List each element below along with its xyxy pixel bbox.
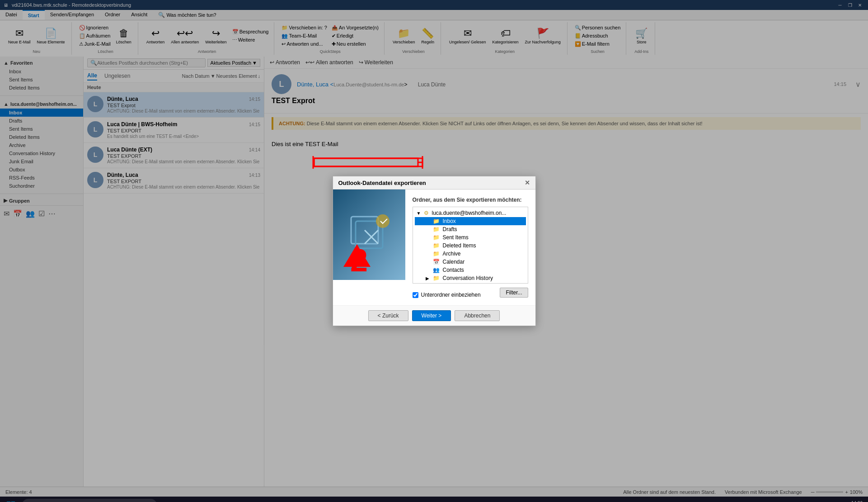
dialog-body: Ordner, aus dem Sie exportieren möchten:… (405, 189, 535, 305)
cancel-button[interactable]: Abbrechen (455, 310, 500, 321)
tree-expand-root[interactable]: ▼ (417, 211, 422, 216)
back-button[interactable]: < Zurück (368, 310, 408, 321)
folder-tree[interactable]: ▼ ⚙ luca.duente@bwshofheim.on... 📁 Inbox (413, 207, 528, 284)
dialog-image (333, 189, 405, 280)
subfolders-label: Unterordner einbeziehen (421, 292, 481, 298)
tree-calendar-label: Calendar (443, 259, 465, 265)
tree-drafts[interactable]: 📁 Drafts (415, 225, 526, 233)
subfolders-checkbox-row: Unterordner einbeziehen (413, 292, 481, 298)
tree-sent[interactable]: 📁 Sent Items (415, 233, 526, 242)
tree-inbox[interactable]: 📁 Inbox (415, 217, 526, 225)
calendar-folder-icon: 📅 (433, 259, 440, 265)
journal-folder-icon: 📓 (433, 283, 440, 284)
subfolders-checkbox[interactable] (413, 292, 418, 298)
account-icon: ⚙ (424, 210, 429, 216)
svg-point-2 (376, 214, 389, 228)
filter-button[interactable]: Filter... (500, 288, 528, 298)
tree-deleted[interactable]: 📁 Deleted Items (415, 242, 526, 250)
contacts-folder-icon: 👥 (433, 267, 440, 273)
tree-account-label: luca.duente@bwshofheim.on... (432, 210, 507, 216)
tree-archive-label: Archive (443, 251, 461, 257)
deleted-folder-icon: 📁 (433, 242, 440, 249)
sent-folder-icon: 📁 (433, 234, 440, 241)
export-dialog: Outlook-Datendatei exportieren ✕ Ordner,… (333, 176, 536, 326)
dialog-footer: < Zurück Weiter > Abbrechen (333, 305, 535, 326)
tree-journal-label: Journal (443, 283, 460, 284)
tree-deleted-label: Deleted Items (443, 242, 476, 249)
dialog-overlay: Outlook-Datendatei exportieren ✕ Ordner,… (0, 0, 868, 502)
tree-sent-label: Sent Items (443, 234, 469, 241)
dialog-title-bar: Outlook-Datendatei exportieren ✕ (333, 176, 535, 189)
inbox-folder-icon: 📁 (433, 218, 440, 224)
folder-label: Ordner, aus dem Sie exportieren möchten: (413, 197, 528, 203)
dialog-illustration (342, 208, 396, 262)
drafts-folder-icon: 📁 (433, 226, 440, 232)
tree-inbox-label: Inbox (443, 218, 456, 224)
archive-folder-icon: 📁 (433, 251, 440, 257)
conversation-folder-icon: 📁 (433, 275, 440, 281)
tree-contacts[interactable]: 👥 Contacts (415, 266, 526, 274)
tree-conversation-label: Conversation History (443, 275, 493, 281)
tree-journal[interactable]: 📓 Journal (415, 282, 526, 284)
dialog-close-button[interactable]: ✕ (525, 179, 530, 186)
tree-calendar[interactable]: 📅 Calendar (415, 258, 526, 266)
tree-account-root[interactable]: ▼ ⚙ luca.duente@bwshofheim.on... (415, 209, 526, 217)
next-button[interactable]: Weiter > (412, 310, 451, 321)
dialog-content: Ordner, aus dem Sie exportieren möchten:… (333, 189, 535, 305)
tree-archive[interactable]: 📁 Archive (415, 250, 526, 258)
tree-contacts-label: Contacts (443, 267, 464, 273)
tree-conversation[interactable]: ▶ 📁 Conversation History (415, 274, 526, 282)
dialog-title: Outlook-Datendatei exportieren (338, 180, 426, 186)
tree-drafts-label: Drafts (443, 226, 457, 232)
